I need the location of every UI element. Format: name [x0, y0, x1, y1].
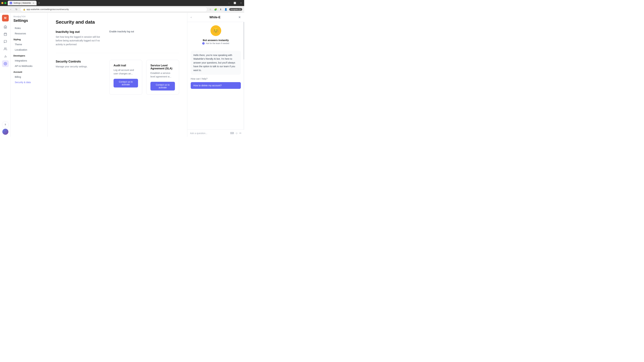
- security-controls-title: Security Controls: [56, 60, 103, 63]
- sidebar: M ?: [0, 13, 11, 137]
- inactivity-desc: Set how long the logged in session will …: [56, 35, 103, 46]
- security-controls-desc: Manage your security settings.: [56, 65, 103, 68]
- new-tab-button[interactable]: +: [37, 1, 41, 4]
- win-minimize[interactable]: ─: [227, 1, 230, 4]
- settings-sidebar: Moodjoy7434 Settings Roles Resources Sty…: [11, 13, 48, 137]
- page-title: Security and data: [56, 19, 179, 25]
- main-content: Security and data Inactivity log out Set…: [48, 13, 187, 137]
- window-controls[interactable]: [1, 2, 6, 4]
- chat-icon[interactable]: [2, 38, 9, 45]
- chat-input[interactable]: [190, 132, 229, 135]
- settings-username: Moodjoy7434: [11, 15, 48, 18]
- chat-messages: Hello there, you're now speaking with Wa…: [191, 49, 241, 92]
- audit-trail-card: Audit trail Log all account and user cha…: [109, 60, 142, 95]
- address-input[interactable]: 🔒 app.waitwhile.com/settings/account/sec…: [20, 7, 207, 12]
- audit-trail-desc: Log all account and user changes an...: [114, 68, 138, 75]
- download-icon[interactable]: ⬇: [219, 7, 222, 11]
- status-dot: ℹ: [202, 42, 204, 44]
- chat-status-sub: ℹ Ask for the team if needed: [202, 42, 229, 44]
- forward-button[interactable]: →: [8, 7, 13, 12]
- sidebar-item-api-webhooks[interactable]: API & Webhooks: [12, 63, 46, 69]
- chat-back-button[interactable]: ‹: [191, 16, 192, 19]
- help-icon[interactable]: ?: [2, 121, 9, 128]
- calendar-icon[interactable]: [2, 31, 9, 37]
- edit-icon[interactable]: ✏: [239, 132, 242, 135]
- svg-rect-0: [4, 33, 6, 35]
- address-actions: ☆ 🧩 ⬇ 👤 Incognito (2): [209, 7, 242, 11]
- audit-trail-title: Audit trail: [114, 64, 138, 67]
- settings-section-account: Account: [11, 69, 48, 74]
- chat-footer: ⌨ ☺ ✏: [187, 129, 244, 137]
- svg-point-4: [4, 48, 6, 49]
- tab-title: Settings | Waitwhile: [14, 2, 31, 4]
- emoji-icon[interactable]: ☺: [235, 132, 238, 135]
- sla-contact-button[interactable]: Contact us to activate: [150, 82, 175, 90]
- extensions-icon[interactable]: 🧩: [214, 7, 218, 11]
- chat-body: 😊 Bot answers instantly ℹ Ask for the te…: [187, 22, 244, 129]
- tab-favicon: M: [10, 2, 12, 4]
- sidebar-item-roles[interactable]: Roles: [12, 25, 46, 31]
- chart-icon[interactable]: [2, 53, 9, 60]
- inactivity-right: Enable inactivity log out: [109, 30, 179, 37]
- sla-desc: Establish a service-level agreement w...: [150, 71, 175, 78]
- chat-greeting-text: Hello there, you're now speaking with Wa…: [193, 54, 235, 71]
- chat-header: ‹ While-E ✕: [187, 13, 244, 22]
- back-button[interactable]: ←: [2, 7, 7, 12]
- sidebar-item-integrations[interactable]: Integrations: [12, 58, 46, 63]
- chat-greeting-bubble: Hello there, you're now speaking with Wa…: [191, 51, 241, 75]
- audit-trail-contact-button[interactable]: Contact us to activate: [114, 79, 138, 87]
- incognito-badge[interactable]: Incognito (2): [229, 8, 242, 11]
- chat-status-sub-text: Ask for the team if needed: [206, 42, 229, 44]
- profile-icon[interactable]: 👤: [224, 7, 228, 11]
- inactivity-title: Inactivity log out: [56, 30, 103, 34]
- sla-card: Service Level Agreement (SLA) Establish …: [146, 60, 179, 95]
- bookmark-icon[interactable]: ☆: [209, 7, 212, 11]
- scrollbar-track: [244, 22, 244, 129]
- security-cards: Audit trail Log all account and user cha…: [109, 60, 179, 95]
- win-control-group[interactable]: ─ ⬜ ✕: [227, 1, 243, 4]
- inactivity-label: Enable inactivity log out: [109, 30, 134, 33]
- tab-bar: M Settings | Waitwhile ✕ +: [8, 1, 226, 5]
- scrollbar-thumb[interactable]: [244, 22, 244, 59]
- sidebar-item-security-data[interactable]: Security & data: [12, 80, 46, 85]
- settings-section-styling: Styling: [11, 36, 48, 42]
- address-bar: ← → ↻ 🔒 app.waitwhile.com/settings/accou…: [0, 6, 244, 13]
- users-icon[interactable]: [2, 45, 9, 52]
- reload-button[interactable]: ↻: [14, 7, 19, 12]
- security-right: Audit trail Log all account and user cha…: [109, 60, 179, 95]
- chat-header-left: ‹: [191, 16, 192, 19]
- maximize-button[interactable]: [4, 2, 6, 4]
- app-container: M ? Moodjoy7434 Settings Roles Resources: [0, 13, 244, 137]
- user-avatar[interactable]: [2, 129, 8, 135]
- security-controls-header: Security Controls Manage your security s…: [56, 60, 179, 95]
- sidebar-avatar[interactable]: M: [2, 15, 9, 21]
- sidebar-item-resources[interactable]: Resources: [12, 31, 46, 36]
- win-close[interactable]: ✕: [239, 1, 243, 4]
- bot-avatar: 😊: [210, 25, 221, 36]
- keyboard-icon[interactable]: ⌨: [230, 132, 234, 135]
- settings-title: Settings: [11, 18, 48, 25]
- chat-suggestion-button[interactable]: How to delete my account?: [191, 82, 241, 89]
- svg-point-8: [5, 63, 6, 64]
- tab-close-button[interactable]: ✕: [32, 2, 34, 4]
- address-text: app.waitwhile.com/settings/account/secur…: [26, 8, 69, 10]
- chat-panel: ‹ While-E ✕ 😊 Bot answers instantly ℹ As…: [187, 13, 244, 137]
- chat-footer-icons: ⌨ ☺ ✏: [230, 132, 242, 135]
- sidebar-item-theme[interactable]: Theme: [12, 42, 46, 47]
- home-icon[interactable]: [2, 23, 9, 30]
- chat-close-button[interactable]: ✕: [238, 15, 241, 19]
- chat-status: Bot answers instantly ℹ Ask for the team…: [202, 39, 229, 44]
- bot-profile: 😊 Bot answers instantly ℹ Ask for the te…: [191, 25, 241, 46]
- chat-status-title: Bot answers instantly: [202, 39, 229, 41]
- minimize-button[interactable]: [1, 2, 3, 4]
- settings-section-developers: Developers: [11, 52, 48, 58]
- sidebar-item-localization[interactable]: Localization: [12, 47, 46, 52]
- win-restore[interactable]: ⬜: [232, 1, 237, 4]
- chat-title: While-E: [210, 15, 220, 19]
- sidebar-item-billing[interactable]: Billing: [12, 74, 46, 80]
- browser-chrome: M Settings | Waitwhile ✕ + ─ ⬜ ✕: [0, 0, 244, 6]
- inactivity-toggle-row: Enable inactivity log out: [109, 30, 179, 35]
- sla-title: Service Level Agreement (SLA): [150, 64, 175, 70]
- active-tab[interactable]: M Settings | Waitwhile ✕: [8, 1, 36, 5]
- settings-icon[interactable]: [2, 60, 9, 67]
